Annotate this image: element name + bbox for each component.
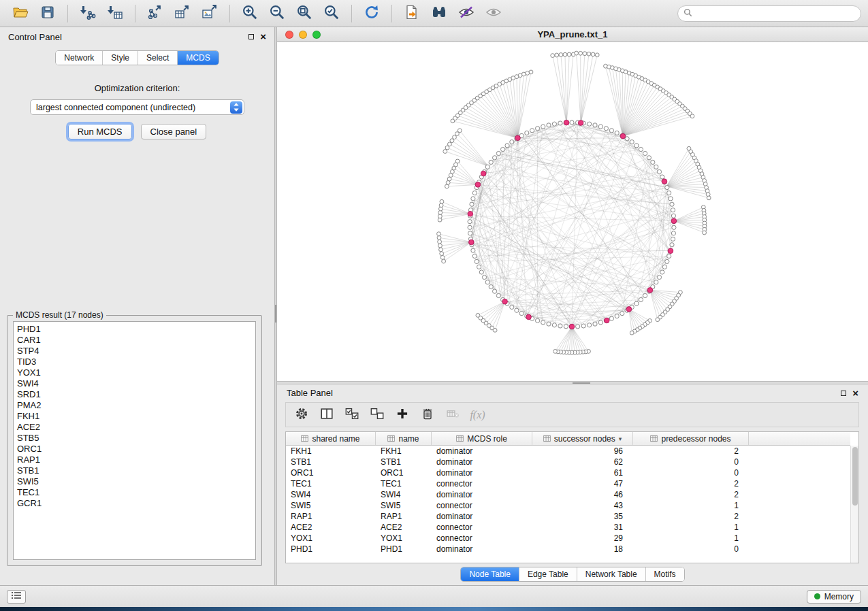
table-row[interactable]: TEC1 TEC1 connector 47 2 (286, 478, 850, 489)
cell-predecessor-nodes: 1 (633, 500, 749, 511)
node-table: shared name name MCDS role successo (285, 431, 859, 563)
search-input[interactable] (696, 9, 855, 18)
mcds-result-item[interactable]: PMA2 (17, 400, 252, 411)
tab-select[interactable]: Select (138, 51, 178, 65)
run-mcds-button[interactable]: Run MCDS (68, 124, 132, 139)
zoom-out-button[interactable] (263, 3, 291, 24)
clone-network-button[interactable] (398, 3, 425, 24)
mcds-result-item[interactable]: SWI5 (17, 476, 252, 487)
folder-open-icon (12, 4, 29, 22)
window-minimize-icon[interactable] (299, 31, 307, 39)
table-scrollbar[interactable] (850, 446, 858, 563)
import-network-button[interactable] (74, 3, 101, 24)
column-header-predecessor-nodes[interactable]: predecessor nodes (633, 432, 749, 445)
mcds-result-item[interactable]: CAR1 (17, 335, 252, 346)
show-eye-button[interactable] (480, 3, 507, 24)
create-column-button[interactable] (389, 405, 415, 425)
export-image-button[interactable] (196, 3, 223, 24)
import-table-button[interactable] (101, 3, 129, 24)
float-panel-icon[interactable] (248, 34, 254, 39)
network-region: YPA_prune.txt_1 Table Panel × (277, 27, 868, 585)
mcds-result-item[interactable]: GCR1 (17, 498, 252, 509)
mcds-result-item[interactable]: TEC1 (17, 487, 252, 498)
mcds-result-item[interactable]: STB1 (17, 465, 252, 476)
toggle-panel-button[interactable] (7, 590, 26, 604)
app-window: Control Panel × Network Style Select MCD… (0, 0, 868, 607)
table-row[interactable]: ORC1 ORC1 dominator 61 0 (286, 467, 850, 478)
float-panel-icon[interactable] (841, 391, 846, 396)
mcds-result-item[interactable]: SRD1 (17, 389, 252, 400)
export-table-button[interactable] (169, 3, 196, 24)
save-session-button[interactable] (34, 3, 61, 24)
tab-mcds[interactable]: MCDS (178, 51, 218, 65)
refresh-view-button[interactable] (358, 3, 385, 24)
window-maximize-icon[interactable] (312, 31, 321, 39)
tab-network[interactable]: Network (56, 51, 103, 65)
table-row[interactable]: RAP1 RAP1 dominator 35 2 (286, 511, 850, 522)
criterion-dropdown[interactable]: largest connected component (undirected) (30, 99, 244, 115)
column-header-successor-nodes[interactable]: successor nodes ▾ (532, 432, 633, 445)
cell-mcds-role: dominator (432, 489, 532, 500)
window-close-icon[interactable] (285, 31, 293, 39)
cell-mcds-role: dominator (432, 544, 532, 555)
tab-network-table[interactable]: Network Table (577, 567, 646, 581)
mcds-result-item[interactable]: TID3 (17, 357, 252, 367)
mcds-result-item[interactable]: ORC1 (17, 444, 252, 455)
close-panel-icon[interactable]: × (852, 390, 858, 397)
list-icon (11, 591, 22, 601)
table-row[interactable]: FKH1 FKH1 dominator 96 2 (286, 446, 850, 457)
hide-glasses-button[interactable] (453, 3, 480, 24)
table-row[interactable]: SWI4 SWI4 dominator 46 2 (286, 489, 850, 500)
table-row[interactable]: STB1 STB1 dominator 62 0 (286, 457, 850, 467)
show-columns-button[interactable] (314, 405, 339, 425)
sort-dropdown-icon[interactable]: ▾ (619, 435, 622, 442)
mcds-result-item[interactable]: STP4 (17, 346, 252, 357)
toolbar-separator (391, 5, 392, 22)
mcds-result-item[interactable]: SWI4 (17, 378, 252, 389)
status-bar: Memory (0, 585, 868, 607)
mcds-result-item[interactable]: YOX1 (17, 367, 252, 378)
mcds-result-item[interactable]: STB5 (17, 433, 252, 444)
select-all-button[interactable] (339, 405, 364, 425)
delete-column-button[interactable] (415, 405, 440, 425)
function-builder-button[interactable]: f(x) (465, 405, 490, 425)
zoom-selected-button[interactable] (318, 3, 345, 24)
search-network-button[interactable] (425, 3, 453, 24)
export-network-button[interactable] (142, 3, 169, 24)
tab-edge-table[interactable]: Edge Table (519, 567, 577, 581)
cell-successor-nodes: 29 (532, 533, 633, 544)
deselect-all-button[interactable] (364, 405, 389, 425)
column-icon (456, 435, 464, 442)
splitter-grip[interactable] (573, 382, 590, 384)
network-canvas[interactable] (277, 42, 868, 381)
memory-button[interactable]: Memory (807, 590, 861, 604)
table-settings-button[interactable] (289, 405, 314, 425)
splitter-grip[interactable] (275, 305, 276, 323)
tab-node-table[interactable]: Node Table (461, 567, 519, 581)
delete-table-button[interactable] (440, 405, 465, 425)
table-row[interactable]: SWI5 SWI5 connector 43 1 (286, 500, 850, 511)
horizontal-splitter[interactable] (277, 381, 868, 384)
column-header-name[interactable]: name (376, 432, 432, 445)
scrollbar-thumb[interactable] (852, 447, 858, 506)
search-icon (684, 7, 692, 20)
column-header-mcds-role[interactable]: MCDS role (432, 432, 532, 445)
mcds-result-item[interactable]: PHD1 (17, 324, 252, 335)
table-header-row: shared name name MCDS role successo (286, 432, 850, 446)
zoom-in-button[interactable] (236, 3, 263, 24)
table-row[interactable]: ACE2 ACE2 connector 31 1 (286, 522, 850, 533)
close-panel-button[interactable]: Close panel (141, 124, 207, 139)
mcds-result-item[interactable]: FKH1 (17, 411, 252, 422)
open-session-button[interactable] (7, 3, 34, 24)
mcds-result-title: MCDS result (17 nodes) (13, 310, 106, 320)
table-row[interactable]: PHD1 PHD1 dominator 18 0 (286, 544, 850, 555)
cell-filler (749, 489, 850, 500)
zoom-fit-button[interactable] (291, 3, 318, 24)
mcds-result-item[interactable]: RAP1 (17, 455, 252, 465)
column-header-shared-name[interactable]: shared name (286, 432, 376, 445)
tab-style[interactable]: Style (103, 51, 138, 65)
table-row[interactable]: YOX1 YOX1 connector 29 1 (286, 533, 850, 544)
close-panel-icon[interactable]: × (260, 33, 266, 40)
tab-motifs[interactable]: Motifs (646, 567, 684, 581)
mcds-result-item[interactable]: ACE2 (17, 422, 252, 433)
